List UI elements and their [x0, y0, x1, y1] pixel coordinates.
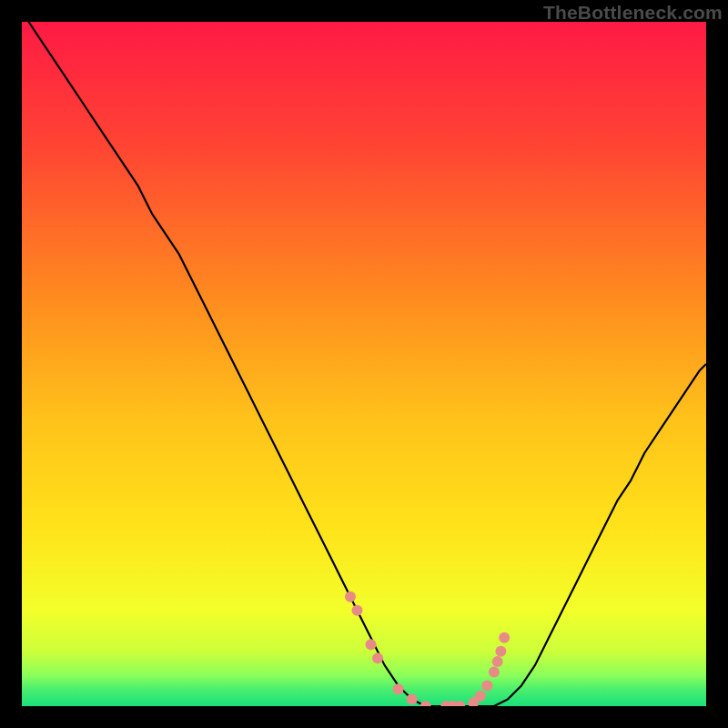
chart-frame	[22, 22, 706, 706]
highlight-point	[345, 592, 356, 602]
highlight-point	[393, 683, 404, 694]
highlight-point	[475, 691, 486, 702]
highlight-point	[481, 680, 492, 691]
highlight-point	[489, 666, 500, 677]
highlight-point	[407, 693, 418, 704]
highlight-point	[499, 632, 510, 643]
highlight-point	[351, 605, 362, 616]
highlight-point	[366, 639, 377, 650]
highlight-point	[372, 652, 383, 663]
gradient-background	[22, 22, 706, 706]
highlight-point	[495, 646, 506, 657]
bottleneck-chart	[22, 22, 706, 706]
watermark-text: TheBottleneck.com	[543, 2, 723, 24]
highlight-point	[492, 656, 503, 667]
